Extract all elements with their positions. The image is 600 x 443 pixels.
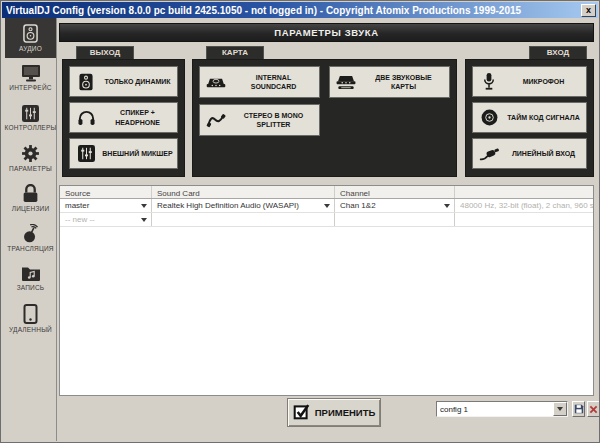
button-label: ТОЛЬКО ДИНАМИК	[102, 77, 177, 86]
column-header-channel: Channel	[335, 186, 455, 198]
stereo-mono-splitter-button[interactable]: СТЕРЕО В MONO SPLITTER	[199, 104, 320, 136]
page-title: ПАРАМЕТРЫ ЗВУКА	[59, 23, 594, 42]
vinyl-icon	[473, 109, 505, 126]
output-tab: ВЫХОД	[76, 46, 134, 59]
sidebar-item-label: ИНТЕРФЕЙС	[9, 84, 51, 91]
headphone-icon	[70, 109, 102, 126]
chevron-down-icon	[324, 204, 330, 208]
mixer-icon	[70, 145, 102, 162]
titlebar: VirtualDJ Config (version 8.0.0 pc build…	[2, 2, 598, 18]
config-select[interactable]: config 1	[436, 401, 568, 417]
new-source-select[interactable]: -- new --	[60, 213, 152, 226]
virtualdj-config-window: VirtualDJ Config (version 8.0.0 pc build…	[0, 0, 600, 443]
sidebar-item-label: ЛИЦЕНЗИИ	[12, 205, 50, 212]
speaker-headphone-button[interactable]: СПИКЕР + HEADPHONE	[69, 102, 178, 133]
table-row: master Realtek High Definition Audio (WA…	[60, 199, 593, 213]
internal-soundcard-button[interactable]: INTERNAL SOUNDCARD	[199, 66, 320, 98]
empty-cell	[455, 213, 593, 226]
card-tab: КАРТА	[206, 46, 264, 59]
monitor-icon	[21, 65, 41, 82]
sidebar-item-record[interactable]: ЗАПИСЬ	[5, 258, 56, 298]
table-row: -- new --	[60, 213, 593, 227]
button-label: ДВЕ ЗВУКОВЫЕ КАРТЫ	[362, 73, 449, 91]
splitter-cable-icon	[200, 112, 232, 128]
soundcard-select[interactable]: Realtek High Definition Audio (WASAPI)	[152, 199, 335, 212]
button-label: СТЕРЕО В MONO SPLITTER	[232, 111, 319, 129]
microphone-icon	[473, 72, 505, 91]
gear-icon	[21, 144, 40, 163]
sidebar-item-label: ЗАПИСЬ	[17, 284, 45, 291]
speaker-icon	[70, 73, 102, 91]
card-section: КАРТА INTERNAL SOUNDCARD	[192, 46, 457, 177]
line-in-button[interactable]: ЛИНЕЙНЫЙ ВХОД	[472, 138, 587, 169]
button-label: ТАЙМ КОД СИГНАЛА	[505, 113, 586, 122]
empty-cell	[335, 213, 455, 226]
column-header-source: Source	[60, 186, 152, 198]
delete-icon	[589, 402, 598, 417]
empty-cell	[152, 213, 335, 226]
column-header-sound-card: Sound Card	[152, 186, 335, 198]
record-icon	[21, 265, 41, 282]
new-source-value: -- new --	[65, 215, 95, 224]
channel-select[interactable]: Chan 1&2	[335, 199, 455, 212]
sidebar-item-label: КОНТРОЛЛЕРЫ	[5, 124, 57, 131]
external-mixer-button[interactable]: ВНЕШНИЙ МИКШЕР	[69, 138, 178, 169]
sidebar-item-controllers[interactable]: КОНТРОЛЛЕРЫ	[5, 98, 56, 138]
sidebar: АУДИО ИНТЕРФЕЙС КОНТРОЛЛЕРЫ ПАРАМЕТРЫ	[2, 18, 57, 441]
channel-value: Chan 1&2	[340, 201, 376, 210]
window-title: VirtualDJ Config (version 8.0.0 pc build…	[6, 5, 581, 16]
button-label: МИКРОФОН	[505, 77, 586, 86]
source-select[interactable]: master	[60, 199, 152, 212]
checkbox-check-icon	[293, 403, 310, 422]
input-panel: МИКРОФОН ТАЙМ КОД СИГНАЛА	[465, 59, 594, 177]
sidebar-item-audio[interactable]: АУДИО	[5, 18, 56, 58]
sidebar-item-label: ТРАНСЛЯЦИЯ	[7, 245, 54, 252]
source-value: master	[65, 201, 89, 210]
apply-button[interactable]: ПРИМЕНИТЬ	[287, 398, 381, 427]
sidebar-item-broadcast[interactable]: ТРАНСЛЯЦИЯ	[5, 218, 56, 258]
column-header-info	[455, 186, 593, 198]
save-config-button[interactable]	[572, 401, 585, 417]
input-tab: ВХОД	[529, 46, 587, 59]
timecode-button[interactable]: ТАЙМ КОД СИГНАЛА	[472, 102, 587, 133]
button-label: СПИКЕР + HEADPHONE	[102, 108, 177, 126]
button-label: INTERNAL SOUNDCARD	[232, 73, 319, 91]
two-soundcards-button[interactable]: ДВЕ ЗВУКОВЫЕ КАРТЫ	[329, 66, 450, 98]
chevron-down-icon	[141, 204, 147, 208]
sidebar-item-label: ПАРАМЕТРЫ	[9, 165, 52, 172]
button-label: ЛИНЕЙНЫЙ ВХОД	[505, 149, 586, 158]
chevron-down-icon	[444, 204, 450, 208]
speaker-only-button[interactable]: ТОЛЬКО ДИНАМИК	[69, 66, 178, 97]
sidebar-item-options[interactable]: ПАРАМЕТРЫ	[5, 138, 56, 178]
main-area: ПАРАМЕТРЫ ЗВУКА ВЫХОД ТОЛЬКО ДИНАМИК	[58, 18, 598, 441]
soundcard-value: Realtek High Definition Audio (WASAPI)	[157, 201, 299, 210]
delete-config-button[interactable]	[587, 401, 600, 417]
chevron-down-icon	[141, 218, 147, 222]
button-label: ВНЕШНИЙ МИКШЕР	[102, 149, 177, 158]
sidebar-item-remote[interactable]: УДАЛЕННЫЙ	[5, 298, 56, 338]
soundcard-icon	[200, 76, 232, 89]
sound-setup-table: Source Sound Card Channel master Realtek…	[59, 185, 594, 396]
sidebar-item-label: АУДИО	[19, 45, 42, 52]
two-soundcards-icon	[330, 74, 362, 91]
footer-bar: ПРИМЕНИТЬ config 1	[58, 394, 598, 441]
chevron-down-icon	[557, 407, 563, 411]
sidebar-item-licenses[interactable]: ЛИЦЕНЗИИ	[5, 178, 56, 218]
speaker-icon	[23, 24, 38, 43]
config-dropdown-button[interactable]	[553, 402, 567, 416]
config-value: config 1	[437, 405, 553, 414]
apply-label: ПРИМЕНИТЬ	[315, 407, 376, 418]
lock-icon	[22, 184, 39, 203]
table-header: Source Sound Card Channel	[60, 186, 593, 199]
sidebar-item-interface[interactable]: ИНТЕРФЕЙС	[5, 58, 56, 98]
save-icon	[574, 402, 584, 417]
mixer-icon	[22, 105, 39, 122]
broadcast-icon	[21, 224, 40, 243]
sound-setup-panels: ВЫХОД ТОЛЬКО ДИНАМИК СПИКЕР	[62, 46, 594, 177]
input-section: ВХОД МИКРОФОН ТАЙМ КОД СИГНА	[465, 46, 594, 177]
output-section: ВЫХОД ТОЛЬКО ДИНАМИК СПИКЕР	[62, 46, 185, 177]
microphone-button[interactable]: МИКРОФОН	[472, 66, 587, 97]
output-panel: ТОЛЬКО ДИНАМИК СПИКЕР + HEADPHONE	[62, 59, 185, 177]
close-button[interactable]: x	[581, 4, 596, 17]
card-panel: INTERNAL SOUNDCARD ДВЕ ЗВУКОВЫЕ КАРТЫ	[192, 59, 457, 177]
